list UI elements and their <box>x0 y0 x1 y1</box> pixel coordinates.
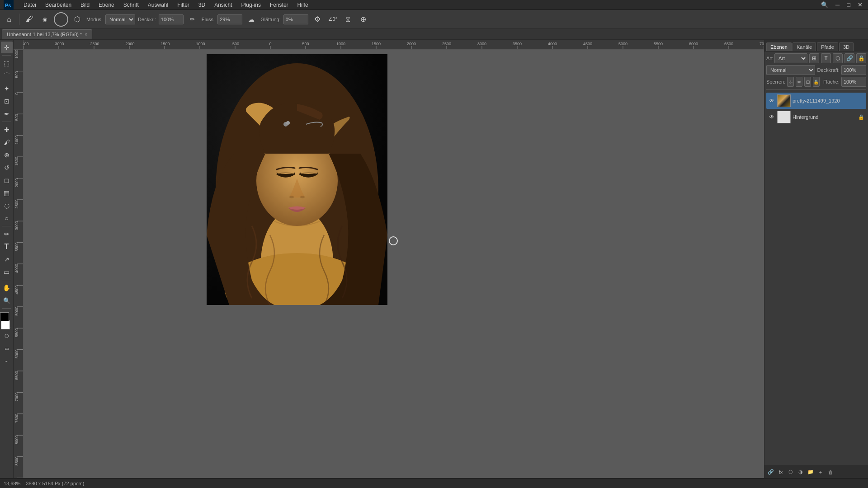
pressure-icon[interactable]: ⊕ <box>357 13 370 26</box>
menu-plugins[interactable]: Plug-ins <box>240 1 263 9</box>
menu-fenster[interactable]: Fenster <box>268 1 290 9</box>
zoom-tool[interactable]: 🔍 <box>1 295 13 306</box>
text-layer-icon[interactable]: T <box>821 53 831 63</box>
menu-datei[interactable]: Datei <box>22 1 38 9</box>
stamp-tool[interactable]: ⊛ <box>1 149 13 161</box>
settings-icon[interactable]: ⚙ <box>311 13 324 26</box>
glaettung-input[interactable] <box>283 14 308 24</box>
shape-tool[interactable]: ▭ <box>1 266 13 278</box>
fluss-input[interactable] <box>217 14 242 24</box>
vector-mask-icon[interactable]: ⬡ <box>833 53 843 63</box>
menu-hilfe[interactable]: Hilfe <box>296 1 310 9</box>
menu-ansicht[interactable]: Ansicht <box>212 1 234 9</box>
lasso-tool[interactable]: ⌒ <box>1 70 13 82</box>
extra-tools[interactable]: ··· <box>1 355 13 367</box>
home-icon[interactable]: ⌂ <box>3 13 15 26</box>
quick-select-tool[interactable]: ✦ <box>1 83 13 94</box>
menu-filter[interactable]: Filter <box>175 1 191 9</box>
background-color[interactable] <box>1 320 10 329</box>
lock-paint-icon[interactable]: ✏ <box>796 77 802 87</box>
layer-style-icon[interactable]: fx <box>776 468 785 477</box>
document-canvas[interactable] <box>207 54 387 305</box>
app-logo: Ps <box>4 0 14 10</box>
path-selection-tool[interactable]: ↗ <box>1 253 13 265</box>
gradient-tool[interactable]: ▦ <box>1 187 13 199</box>
angle-icon[interactable]: ∠0° <box>326 13 339 26</box>
minimize-button[interactable]: ─ <box>834 0 841 9</box>
airbrush-icon[interactable]: ☁ <box>245 13 258 26</box>
link-icon[interactable]: 🔗 <box>844 53 854 63</box>
add-mask-icon[interactable]: ⬡ <box>786 468 795 477</box>
lock-artboard-icon[interactable]: ⊡ <box>804 77 811 87</box>
menu-bearbeiten[interactable]: Bearbeiten <box>43 1 73 9</box>
right-panel: Ebenen Kanäle Pfade 3D Art Art ⊞ T ⬡ 🔗 🔒 <box>764 40 868 478</box>
lock-all-icon[interactable]: 🔒 <box>856 53 866 63</box>
crop-tool[interactable]: ⊡ <box>1 95 13 107</box>
history-brush-tool[interactable]: ↺ <box>1 162 13 174</box>
marquee-tool[interactable]: ⬚ <box>1 57 13 69</box>
symmetry-icon[interactable]: ⧖ <box>342 13 354 26</box>
modus-select[interactable]: Normal <box>105 14 135 24</box>
dodge-tool[interactable]: ○ <box>1 212 13 224</box>
screen-mode-toggle[interactable]: ▭ <box>1 343 13 354</box>
foreground-color[interactable] <box>0 312 9 321</box>
menu-bar: Ps Datei Bearbeiten Bild Ebene Schrift A… <box>0 0 868 10</box>
pressure-opacity-icon[interactable]: ✏ <box>186 13 199 26</box>
layer-visibility-0[interactable]: 👁 <box>768 97 775 104</box>
text-tool[interactable]: T <box>1 241 13 253</box>
menu-auswahl[interactable]: Auswahl <box>146 1 170 9</box>
lock-all-btn[interactable]: 🔒 <box>813 77 820 87</box>
ruler-corner <box>14 40 24 50</box>
eraser-tool[interactable]: ◻ <box>1 174 13 186</box>
flache-input[interactable] <box>841 77 866 87</box>
tool-separator-5 <box>2 308 11 309</box>
blend-mode-select[interactable]: Normal <box>766 65 815 75</box>
layer-item-1[interactable]: 👁 Hintergrund 🔒 <box>766 109 866 125</box>
brush-options-icon[interactable]: ◉ <box>38 13 51 26</box>
new-layer-icon[interactable]: + <box>816 468 825 477</box>
deckkraft-input[interactable] <box>159 14 184 24</box>
link-layers-icon[interactable]: 🔗 <box>766 468 775 477</box>
pen-tool[interactable]: ✏ <box>1 228 13 240</box>
tab-ebenen[interactable]: Ebenen <box>766 42 792 51</box>
maximize-button[interactable]: □ <box>845 0 852 9</box>
layer-name-0: pretty-2111499_1920 <box>793 98 864 103</box>
layer-visibility-1[interactable]: 👁 <box>768 113 775 121</box>
search-icon[interactable]: 🔍 <box>819 0 830 9</box>
layer-item-0[interactable]: 👁 pretty-2111499_1920 <box>766 93 866 109</box>
menu-schrift[interactable]: Schrift <box>122 1 141 9</box>
delete-layer-icon[interactable]: 🗑 <box>826 468 835 477</box>
art-select[interactable]: Art <box>774 53 807 63</box>
hand-tool[interactable]: ✋ <box>1 282 13 294</box>
layers-list: 👁 pretty-2111499_1920 👁 Hintergrund 🔒 <box>766 93 866 125</box>
opacity-input[interactable] <box>841 65 866 75</box>
brush-size-icon[interactable] <box>54 12 68 27</box>
close-button[interactable]: ✕ <box>856 0 864 9</box>
brush-tool-icon[interactable]: 🖌 <box>23 13 36 26</box>
tab-3d[interactable]: 3D <box>839 42 854 51</box>
new-fill-layer-icon[interactable]: ◑ <box>796 468 805 477</box>
quick-mask-toggle[interactable]: ⬡ <box>1 330 13 342</box>
healing-tool[interactable]: ✚ <box>1 124 13 136</box>
blur-tool[interactable]: ◌ <box>1 200 13 211</box>
eyedropper-tool[interactable]: ✒ <box>1 108 13 120</box>
menu-bild[interactable]: Bild <box>79 1 91 9</box>
panel-tab-bar: Ebenen Kanäle Pfade 3D <box>764 40 868 52</box>
menu-ebene[interactable]: Ebene <box>97 1 116 9</box>
tab-close-button[interactable]: × <box>85 32 87 37</box>
tab-kanale[interactable]: Kanäle <box>793 42 816 51</box>
move-tool[interactable]: ✛ <box>1 42 13 53</box>
eraser-toggle-icon[interactable]: ⬡ <box>71 13 84 26</box>
brush-tool[interactable]: 🖌 <box>1 136 13 148</box>
lock-position-icon[interactable]: ⊹ <box>787 77 794 87</box>
menu-3d[interactable]: 3D <box>197 1 207 9</box>
deckkraft-label: Deckkr.: <box>138 17 156 22</box>
tab-pfade[interactable]: Pfade <box>817 42 838 51</box>
modus-label: Modus: <box>86 17 103 22</box>
canvas-area[interactable] <box>24 50 764 478</box>
new-adjustment-icon[interactable]: ⊞ <box>809 53 819 63</box>
document-tab[interactable]: Unbenannt-1 bei 13,7% (RGB/8) * × <box>2 29 92 39</box>
new-group-icon[interactable]: 📁 <box>806 468 815 477</box>
status-bar: 13,68% 3880 x 5184 Px (72 ppcm) <box>0 478 868 488</box>
deckkraft-group: Deckkr.: <box>138 14 184 24</box>
